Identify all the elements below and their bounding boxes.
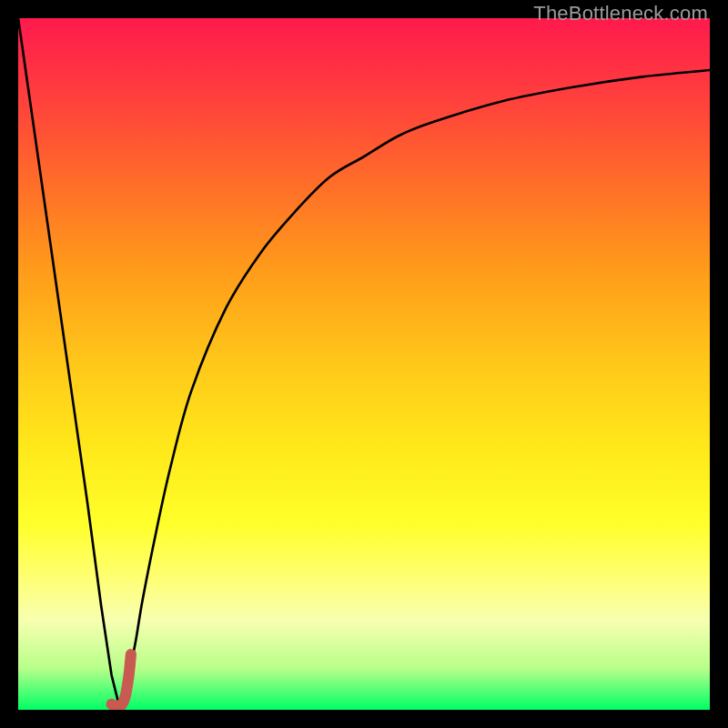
gradient-plot-area <box>18 18 710 710</box>
outer-frame: TheBottleneck.com <box>0 0 728 728</box>
attribution-label: TheBottleneck.com <box>533 2 708 25</box>
